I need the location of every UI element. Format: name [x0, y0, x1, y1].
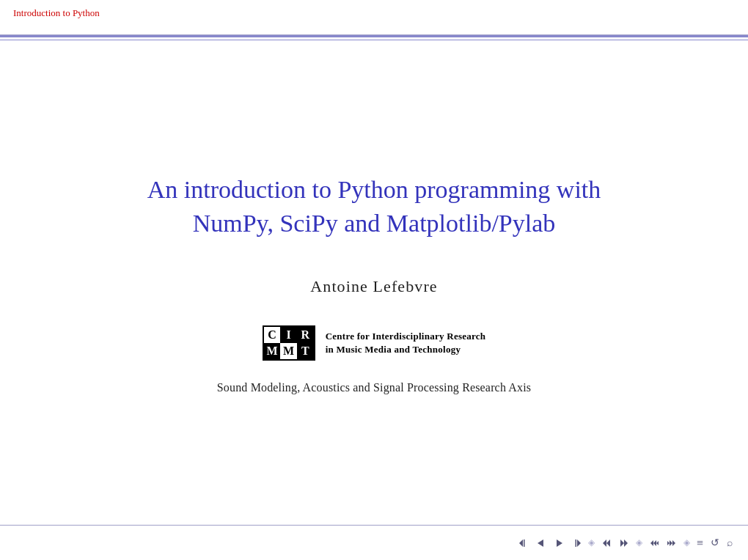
- svg-marker-6: [603, 539, 606, 547]
- svg-marker-7: [606, 539, 610, 547]
- logo-cell-r: R: [297, 327, 314, 343]
- nav-first-icon[interactable]: [516, 537, 531, 550]
- nav-toc-icon[interactable]: ≡: [694, 535, 705, 551]
- nav-separator-1: ◈: [587, 537, 596, 548]
- slide-content: An introduction to Python programming wi…: [0, 44, 748, 523]
- header-title: Introduction to Python: [13, 7, 100, 19]
- nav-sec-next-icon[interactable]: [617, 537, 631, 550]
- logo-text-line1: Centre for Interdisciplinary Research: [326, 331, 486, 342]
- nav-next-icon[interactable]: [551, 537, 566, 550]
- svg-marker-13: [672, 540, 675, 546]
- svg-rect-5: [575, 539, 576, 547]
- nav-zoom-icon[interactable]: ⌕: [725, 536, 735, 550]
- nav-subsec-prev-icon[interactable]: [647, 537, 661, 550]
- nav-prev-icon[interactable]: [534, 537, 549, 550]
- svg-marker-3: [557, 539, 562, 547]
- logo-cell-t: T: [297, 343, 314, 359]
- svg-marker-0: [519, 539, 523, 547]
- svg-marker-14: [670, 540, 672, 546]
- logo-block: C I R M M T Centre for Interdisciplinary…: [263, 325, 486, 361]
- svg-marker-9: [620, 539, 624, 547]
- svg-marker-12: [656, 541, 659, 545]
- bottom-nav-bar: ◈ ◈ ◈ ≡ ↺ ⌕: [0, 525, 748, 560]
- svg-marker-10: [650, 540, 653, 546]
- logo-cell-c: C: [264, 327, 281, 343]
- svg-marker-15: [667, 541, 670, 545]
- logo-text-line2: in Music Media and Technology: [326, 344, 486, 355]
- author-name: Antoine Lefebvre: [310, 277, 437, 296]
- header-bar: Introduction to Python: [0, 0, 748, 35]
- nav-search-icon[interactable]: ↺: [708, 535, 722, 550]
- svg-marker-4: [577, 539, 581, 547]
- nav-separator-3: ◈: [682, 537, 692, 548]
- nav-subsec-next-icon[interactable]: [664, 537, 679, 550]
- logo-text: Centre for Interdisciplinary Research in…: [326, 331, 486, 355]
- svg-marker-8: [624, 539, 628, 547]
- svg-marker-11: [653, 540, 656, 546]
- logo-cell-i: I: [280, 327, 297, 343]
- nav-sec-prev-icon[interactable]: [599, 537, 614, 550]
- logo-grid: C I R M M T: [263, 325, 315, 361]
- svg-marker-2: [538, 539, 543, 547]
- nav-separator-2: ◈: [634, 537, 644, 548]
- subtitle-text: Sound Modeling, Acoustics and Signal Pro…: [217, 381, 531, 394]
- rule-bottom: [0, 40, 748, 40]
- logo-cell-m2: M: [280, 343, 297, 359]
- slide-title: An introduction to Python programming wi…: [147, 173, 601, 240]
- logo-cell-m1: M: [264, 343, 281, 359]
- nav-last-icon[interactable]: [569, 537, 584, 550]
- svg-rect-1: [524, 539, 525, 547]
- rule-top: [0, 35, 748, 37]
